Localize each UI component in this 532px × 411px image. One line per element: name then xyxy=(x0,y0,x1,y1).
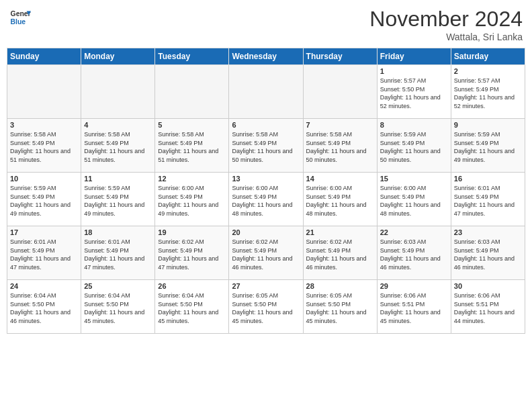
weekday-header-saturday: Saturday xyxy=(451,48,525,65)
day-info: Sunrise: 5:59 AM Sunset: 5:49 PM Dayligh… xyxy=(380,130,448,164)
sunset-label: Sunset: 5:50 PM xyxy=(84,301,129,308)
sunrise-label: Sunrise: 6:04 AM xyxy=(10,292,56,299)
sunset-label: Sunset: 5:49 PM xyxy=(10,140,55,146)
day-info: Sunrise: 5:58 AM Sunset: 5:49 PM Dayligh… xyxy=(158,130,226,164)
calendar-day xyxy=(7,65,81,119)
day-number: 24 xyxy=(10,282,78,290)
sunrise-label: Sunrise: 6:03 AM xyxy=(380,238,427,245)
sunset-label: Sunset: 5:51 PM xyxy=(454,301,499,308)
sunrise-label: Sunrise: 5:57 AM xyxy=(454,77,500,84)
sunset-label: Sunset: 5:50 PM xyxy=(380,86,425,93)
sunrise-label: Sunrise: 6:02 AM xyxy=(306,238,353,245)
calendar-day: 4 Sunrise: 5:58 AM Sunset: 5:49 PM Dayli… xyxy=(81,119,155,173)
day-number: 25 xyxy=(84,282,152,290)
sunset-label: Sunset: 5:51 PM xyxy=(380,301,425,308)
day-number: 13 xyxy=(232,175,300,183)
calendar-day: 23 Sunrise: 6:03 AM Sunset: 5:49 PM Dayl… xyxy=(451,226,525,280)
sunrise-label: Sunrise: 6:00 AM xyxy=(306,185,353,191)
daylight-label: Daylight: 11 hours and 50 minutes. xyxy=(380,148,441,163)
month-title: November 2024 xyxy=(369,7,523,32)
weekday-header-row: SundayMondayTuesdayWednesdayThursdayFrid… xyxy=(7,48,525,65)
daylight-label: Daylight: 11 hours and 46 minutes. xyxy=(306,255,367,271)
calendar-day: 22 Sunrise: 6:03 AM Sunset: 5:49 PM Dayl… xyxy=(377,226,451,280)
day-number: 17 xyxy=(10,228,78,236)
calendar-day: 6 Sunrise: 5:58 AM Sunset: 5:49 PM Dayli… xyxy=(229,119,303,173)
day-info: Sunrise: 6:05 AM Sunset: 5:50 PM Dayligh… xyxy=(306,291,374,325)
calendar-day: 14 Sunrise: 6:00 AM Sunset: 5:49 PM Dayl… xyxy=(303,173,377,226)
sunrise-label: Sunrise: 5:58 AM xyxy=(10,131,56,138)
weekday-header-thursday: Thursday xyxy=(303,48,377,65)
day-number: 4 xyxy=(84,121,152,129)
day-info: Sunrise: 6:04 AM Sunset: 5:50 PM Dayligh… xyxy=(10,291,78,325)
sunset-label: Sunset: 5:49 PM xyxy=(84,247,129,254)
day-info: Sunrise: 6:03 AM Sunset: 5:49 PM Dayligh… xyxy=(454,238,522,271)
title-block: November 2024 Wattala, Sri Lanka xyxy=(369,7,523,42)
day-info: Sunrise: 6:01 AM Sunset: 5:49 PM Dayligh… xyxy=(454,184,522,218)
calendar-day: 2 Sunrise: 5:57 AM Sunset: 5:49 PM Dayli… xyxy=(451,65,525,119)
sunset-label: Sunset: 5:49 PM xyxy=(454,140,499,146)
calendar-week-5: 24 Sunrise: 6:04 AM Sunset: 5:50 PM Dayl… xyxy=(7,280,525,334)
sunset-label: Sunset: 5:49 PM xyxy=(306,193,351,200)
day-info: Sunrise: 6:01 AM Sunset: 5:49 PM Dayligh… xyxy=(84,238,152,271)
calendar-week-3: 10 Sunrise: 5:59 AM Sunset: 5:49 PM Dayl… xyxy=(7,173,525,226)
day-number: 21 xyxy=(306,228,374,236)
sunset-label: Sunset: 5:49 PM xyxy=(158,247,203,254)
day-info: Sunrise: 5:59 AM Sunset: 5:49 PM Dayligh… xyxy=(10,184,78,218)
calendar-day: 17 Sunrise: 6:01 AM Sunset: 5:49 PM Dayl… xyxy=(7,226,81,280)
day-number: 6 xyxy=(232,121,300,129)
calendar-day: 25 Sunrise: 6:04 AM Sunset: 5:50 PM Dayl… xyxy=(81,280,155,334)
day-number: 20 xyxy=(232,228,300,236)
calendar-day: 16 Sunrise: 6:01 AM Sunset: 5:49 PM Dayl… xyxy=(451,173,525,226)
day-number: 2 xyxy=(454,67,522,75)
day-info: Sunrise: 5:58 AM Sunset: 5:49 PM Dayligh… xyxy=(10,130,78,164)
sunset-label: Sunset: 5:50 PM xyxy=(10,301,55,308)
sunrise-label: Sunrise: 5:58 AM xyxy=(158,131,204,138)
daylight-label: Daylight: 11 hours and 48 minutes. xyxy=(380,201,441,217)
sunrise-label: Sunrise: 6:02 AM xyxy=(232,238,278,245)
sunrise-label: Sunrise: 6:04 AM xyxy=(158,292,204,299)
daylight-label: Daylight: 11 hours and 50 minutes. xyxy=(306,148,367,163)
day-info: Sunrise: 6:00 AM Sunset: 5:49 PM Dayligh… xyxy=(380,184,448,218)
daylight-label: Daylight: 11 hours and 49 minutes. xyxy=(10,201,71,217)
sunset-label: Sunset: 5:49 PM xyxy=(380,140,425,146)
calendar-week-2: 3 Sunrise: 5:58 AM Sunset: 5:49 PM Dayli… xyxy=(7,119,525,173)
day-info: Sunrise: 5:58 AM Sunset: 5:49 PM Dayligh… xyxy=(84,130,152,164)
sunrise-label: Sunrise: 5:59 AM xyxy=(10,185,56,191)
calendar-day: 24 Sunrise: 6:04 AM Sunset: 5:50 PM Dayl… xyxy=(7,280,81,334)
calendar-day: 15 Sunrise: 6:00 AM Sunset: 5:49 PM Dayl… xyxy=(377,173,451,226)
sunrise-label: Sunrise: 6:03 AM xyxy=(454,238,500,245)
sunset-label: Sunset: 5:49 PM xyxy=(380,193,425,200)
daylight-label: Daylight: 11 hours and 46 minutes. xyxy=(232,255,292,271)
sunrise-label: Sunrise: 5:59 AM xyxy=(84,185,130,191)
day-info: Sunrise: 6:06 AM Sunset: 5:51 PM Dayligh… xyxy=(454,291,522,325)
weekday-header-friday: Friday xyxy=(377,48,451,65)
sunrise-label: Sunrise: 6:01 AM xyxy=(10,238,56,245)
calendar-day: 7 Sunrise: 5:58 AM Sunset: 5:49 PM Dayli… xyxy=(303,119,377,173)
calendar-day xyxy=(303,65,377,119)
day-number: 22 xyxy=(380,228,448,236)
calendar-week-1: 1 Sunrise: 5:57 AM Sunset: 5:50 PM Dayli… xyxy=(7,65,525,119)
day-number: 1 xyxy=(380,67,448,75)
calendar-week-4: 17 Sunrise: 6:01 AM Sunset: 5:49 PM Dayl… xyxy=(7,226,525,280)
sunset-label: Sunset: 5:49 PM xyxy=(232,247,277,254)
daylight-label: Daylight: 11 hours and 50 minutes. xyxy=(232,148,292,163)
sunset-label: Sunset: 5:49 PM xyxy=(380,247,425,254)
daylight-label: Daylight: 11 hours and 48 minutes. xyxy=(306,201,367,217)
day-info: Sunrise: 6:01 AM Sunset: 5:49 PM Dayligh… xyxy=(10,238,78,271)
day-number: 19 xyxy=(158,228,226,236)
weekday-header-sunday: Sunday xyxy=(7,48,81,65)
sunset-label: Sunset: 5:49 PM xyxy=(454,86,499,93)
day-number: 28 xyxy=(306,282,374,290)
sunrise-label: Sunrise: 6:01 AM xyxy=(454,185,500,191)
sunset-label: Sunset: 5:49 PM xyxy=(306,247,351,254)
sunset-label: Sunset: 5:49 PM xyxy=(232,140,277,146)
sunset-label: Sunset: 5:49 PM xyxy=(10,247,55,254)
calendar-day: 19 Sunrise: 6:02 AM Sunset: 5:49 PM Dayl… xyxy=(155,226,229,280)
calendar-day: 26 Sunrise: 6:04 AM Sunset: 5:50 PM Dayl… xyxy=(155,280,229,334)
day-number: 14 xyxy=(306,175,374,183)
sunset-label: Sunset: 5:49 PM xyxy=(158,140,203,146)
daylight-label: Daylight: 11 hours and 46 minutes. xyxy=(454,255,515,271)
daylight-label: Daylight: 11 hours and 46 minutes. xyxy=(380,255,441,271)
calendar-day: 12 Sunrise: 6:00 AM Sunset: 5:49 PM Dayl… xyxy=(155,173,229,226)
day-number: 8 xyxy=(380,121,448,129)
